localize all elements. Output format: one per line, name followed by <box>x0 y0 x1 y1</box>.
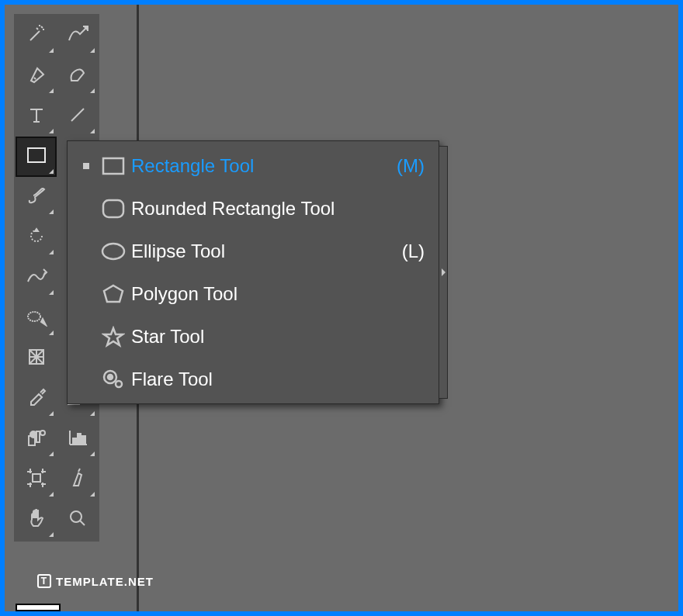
width-tool[interactable] <box>16 258 57 298</box>
svg-rect-9 <box>73 438 76 445</box>
pen-icon <box>26 64 47 88</box>
width-icon <box>25 266 48 289</box>
magic-wand-icon <box>26 23 47 48</box>
flyout-item-rectangle[interactable]: Rectangle Tool (M) <box>68 144 439 187</box>
hand-icon <box>26 507 47 532</box>
app-canvas: Rectangle Tool (M) Rounded Rectangle Too… <box>5 5 678 611</box>
eyedropper-tool[interactable] <box>16 379 57 419</box>
flyout-label: Rounded Rectangle Tool <box>131 198 425 220</box>
svg-marker-17 <box>104 286 123 302</box>
perspective-tool[interactable] <box>16 298 57 338</box>
svg-point-8 <box>40 431 45 435</box>
paintbrush-icon <box>26 185 47 209</box>
rectangle-tool[interactable] <box>16 137 57 177</box>
svg-rect-15 <box>103 200 123 217</box>
svg-marker-18 <box>104 328 123 345</box>
rectangle-icon <box>26 146 47 168</box>
magic-wand-tool[interactable] <box>16 16 57 56</box>
star-icon <box>95 326 131 348</box>
type-icon <box>26 105 47 128</box>
flyout-item-star[interactable]: Star Tool <box>68 315 439 358</box>
watermark-text: TEMPLATE.NET <box>56 575 154 588</box>
svg-point-21 <box>116 381 122 387</box>
zoom-icon <box>68 508 88 531</box>
svg-point-20 <box>108 375 113 379</box>
slice-icon <box>68 467 88 492</box>
flyout-item-rounded-rectangle[interactable]: Rounded Rectangle Tool <box>68 187 439 230</box>
eyedropper-icon <box>26 386 47 411</box>
blend-tool[interactable] <box>16 419 57 459</box>
freeform-pen-icon <box>67 64 88 88</box>
svg-rect-11 <box>82 436 85 445</box>
svg-point-13 <box>71 511 81 522</box>
freeform-pen-tool[interactable] <box>57 56 98 96</box>
polygon-icon <box>95 283 131 305</box>
flyout-label: Ellipse Tool <box>131 241 402 262</box>
flyout-shortcut: (L) <box>402 241 425 262</box>
artboard-tool[interactable] <box>16 459 57 500</box>
paintbrush-tool[interactable] <box>16 177 57 217</box>
line-segment-tool[interactable] <box>57 96 98 137</box>
type-tool[interactable] <box>16 96 57 137</box>
svg-point-6 <box>30 431 36 438</box>
flyout-label: Star Tool <box>131 326 425 348</box>
flyout-label: Flare Tool <box>131 369 425 390</box>
svg-rect-0 <box>28 148 45 162</box>
artboard-icon <box>26 467 47 492</box>
svg-rect-7 <box>36 431 40 442</box>
pen-tool[interactable] <box>16 56 57 96</box>
svg-point-16 <box>102 244 124 259</box>
svg-rect-10 <box>78 434 81 445</box>
slice-tool[interactable] <box>57 459 98 500</box>
flyout-shortcut: (M) <box>397 155 425 177</box>
line-icon <box>68 105 88 128</box>
svg-rect-14 <box>103 158 123 174</box>
zoom-tool[interactable] <box>57 500 98 540</box>
hand-tool[interactable] <box>16 500 57 540</box>
curvature-icon <box>66 23 89 48</box>
swatch-preview <box>16 604 61 611</box>
column-graph-icon <box>67 427 88 451</box>
rounded-rectangle-icon <box>95 198 131 220</box>
mesh-icon <box>26 347 47 370</box>
ellipse-icon <box>95 241 131 261</box>
perspective-icon <box>26 306 47 330</box>
watermark: T TEMPLATE.NET <box>37 574 154 588</box>
rotate-tool[interactable] <box>16 217 57 258</box>
flyout-item-polygon[interactable]: Polygon Tool <box>68 272 439 315</box>
rectangle-icon <box>95 156 131 176</box>
rectangle-tool-flyout: Rectangle Tool (M) Rounded Rectangle Too… <box>67 140 439 404</box>
curvature-tool[interactable] <box>57 16 98 56</box>
svg-point-1 <box>28 312 40 321</box>
flare-icon <box>95 369 131 390</box>
svg-rect-12 <box>33 474 40 482</box>
column-graph-tool[interactable] <box>57 419 98 459</box>
flyout-label: Rectangle Tool <box>131 155 397 177</box>
flyout-tearoff-handle[interactable] <box>439 146 448 399</box>
active-bullet <box>77 163 95 169</box>
flyout-item-ellipse[interactable]: Ellipse Tool (L) <box>68 230 439 272</box>
flyout-item-flare[interactable]: Flare Tool <box>68 358 439 400</box>
watermark-icon: T <box>37 574 51 588</box>
blend-icon <box>26 427 47 452</box>
flyout-label: Polygon Tool <box>131 283 425 305</box>
mesh-tool[interactable] <box>16 338 57 379</box>
rotate-icon <box>26 226 47 249</box>
